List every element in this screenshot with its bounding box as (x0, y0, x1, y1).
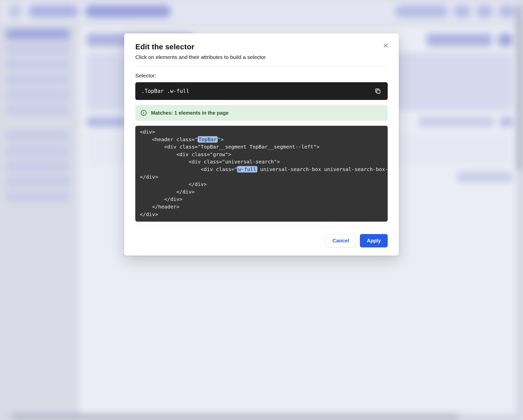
selected-class-wfull[interactable]: w-full (237, 166, 257, 172)
match-suffix: elements in the page (179, 110, 229, 116)
selector-value-box: .TopBar .w-full (135, 82, 388, 100)
modal-overlay: Edit the selector Click on elements and … (0, 0, 523, 420)
selected-class-topbar[interactable]: TopBar (198, 136, 217, 142)
cancel-button[interactable]: Cancel (326, 234, 356, 247)
modal-subtitle: Click on elements and their attributes t… (135, 54, 388, 60)
modal-title: Edit the selector (135, 43, 388, 51)
modal-footer: Cancel Apply (135, 234, 388, 247)
svg-rect-2 (377, 90, 380, 93)
copy-icon (375, 88, 381, 94)
copy-button[interactable] (374, 87, 382, 95)
selector-value[interactable]: .TopBar .w-full (141, 88, 189, 94)
selector-label: Selector: (135, 73, 388, 79)
match-text: Matches: 1 elements in the page (151, 110, 229, 116)
dom-tree-code[interactable]: <div> <header class="TopBar"> <div class… (135, 126, 388, 222)
match-count: 1 (174, 110, 177, 116)
divider-footer (135, 227, 388, 227)
divider (135, 66, 388, 67)
apply-button[interactable]: Apply (360, 234, 388, 247)
match-prefix: Matches: (151, 110, 173, 116)
close-icon (383, 43, 388, 48)
info-icon (140, 110, 147, 116)
svg-point-5 (143, 111, 144, 112)
close-button[interactable] (381, 41, 390, 50)
edit-selector-modal: Edit the selector Click on elements and … (124, 33, 399, 256)
match-banner: Matches: 1 elements in the page (135, 105, 388, 121)
